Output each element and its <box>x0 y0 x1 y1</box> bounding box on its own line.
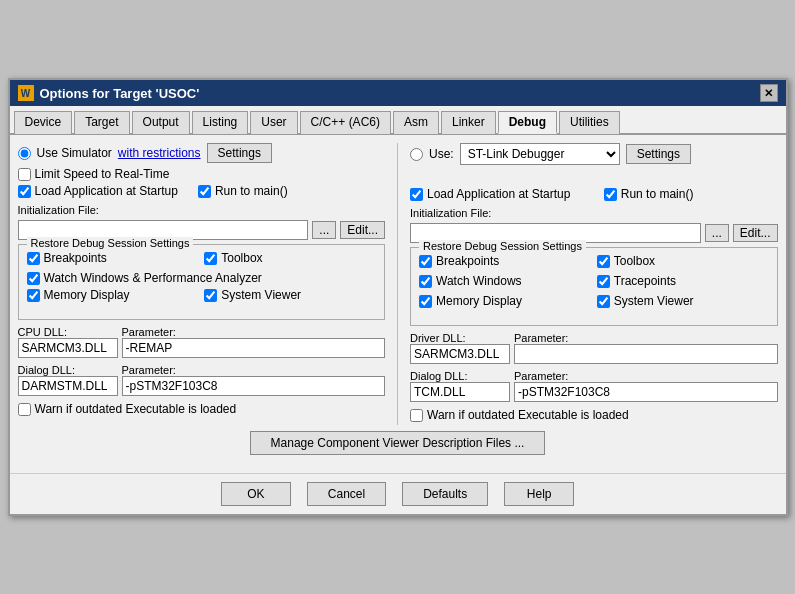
manage-button[interactable]: Manage Component Viewer Description File… <box>250 431 546 455</box>
simulator-settings-button[interactable]: Settings <box>207 143 272 163</box>
driver-dll-input[interactable] <box>410 344 510 364</box>
system-viewer-checkbox[interactable] <box>204 289 217 302</box>
load-run-row: Load Application at Startup Run to main(… <box>18 184 386 201</box>
right-tracepoints-label: Tracepoints <box>614 274 676 288</box>
defaults-button[interactable]: Defaults <box>402 482 488 506</box>
right-dialog-dll-inputs <box>410 382 778 402</box>
toolbox-row: Toolbox <box>204 251 376 265</box>
right-dialog-dll-input[interactable] <box>410 382 510 402</box>
toolbox-checkbox[interactable] <box>204 252 217 265</box>
dialog-param-input[interactable] <box>122 376 386 396</box>
right-dialog-dll-labels: Dialog DLL: Parameter: <box>410 370 778 382</box>
run-to-main-checkbox[interactable] <box>198 185 211 198</box>
restore-group-right: Restore Debug Session Settings Breakpoin… <box>410 247 778 326</box>
right-toolbox-row: Toolbox <box>597 254 769 268</box>
main-window: W Options for Target 'USOC' ✕ Device Tar… <box>8 78 788 516</box>
warn-left-checkbox[interactable] <box>18 403 31 416</box>
limit-speed-checkbox[interactable] <box>18 168 31 181</box>
right-watch-checkbox[interactable] <box>419 275 432 288</box>
cpu-param-label: Parameter: <box>122 326 386 338</box>
right-load-app-row: Load Application at Startup <box>410 187 584 201</box>
right-load-app-label: Load Application at Startup <box>427 187 570 201</box>
driver-dll-inputs <box>410 344 778 364</box>
breakpoints-checkbox[interactable] <box>27 252 40 265</box>
manage-row: Manage Component Viewer Description File… <box>18 431 778 455</box>
right-system-viewer-checkbox[interactable] <box>597 295 610 308</box>
right-watch-row: Watch Windows <box>419 274 591 288</box>
right-init-edit-button[interactable]: Edit... <box>733 224 778 242</box>
dialog-dll-input[interactable] <box>18 376 118 396</box>
breakpoints-label: Breakpoints <box>44 251 107 265</box>
right-init-ellipsis-button[interactable]: ... <box>705 224 729 242</box>
right-run-to-main-label: Run to main() <box>621 187 694 201</box>
bottom-buttons: OK Cancel Defaults Help <box>10 473 786 514</box>
title-bar: W Options for Target 'USOC' ✕ <box>10 80 786 106</box>
dialog-dll-inputs <box>18 376 386 396</box>
load-app-checkbox[interactable] <box>18 185 31 198</box>
right-dialog-param-label: Parameter: <box>514 370 778 382</box>
cpu-dll-inputs <box>18 338 386 358</box>
memory-display-checkbox[interactable] <box>27 289 40 302</box>
system-viewer-row: System Viewer <box>204 288 376 302</box>
right-run-to-main-row: Run to main() <box>604 187 778 201</box>
watch-perf-checkbox[interactable] <box>27 272 40 285</box>
right-watch-label: Watch Windows <box>436 274 522 288</box>
ok-button[interactable]: OK <box>221 482 291 506</box>
warn-left-label: Warn if outdated Executable is loaded <box>35 402 237 416</box>
close-button[interactable]: ✕ <box>760 84 778 102</box>
right-breakpoints-label: Breakpoints <box>436 254 499 268</box>
watch-perf-label: Watch Windows & Performance Analyzer <box>44 271 262 285</box>
help-button[interactable]: Help <box>504 482 574 506</box>
tab-listing[interactable]: Listing <box>192 111 249 134</box>
driver-param-input[interactable] <box>514 344 778 364</box>
tab-utilities[interactable]: Utilities <box>559 111 620 134</box>
right-dialog-param-input[interactable] <box>514 382 778 402</box>
use-debugger-row: Use: ST-Link Debugger Settings <box>410 143 778 165</box>
use-debugger-radio[interactable] <box>410 148 423 161</box>
right-toolbox-label: Toolbox <box>614 254 655 268</box>
right-tracepoints-row: Tracepoints <box>597 274 769 288</box>
right-settings-button[interactable]: Settings <box>626 144 691 164</box>
tab-cplusplus[interactable]: C/C++ (AC6) <box>300 111 391 134</box>
right-toolbox-checkbox[interactable] <box>597 255 610 268</box>
right-system-viewer-label: System Viewer <box>614 294 694 308</box>
cancel-button[interactable]: Cancel <box>307 482 386 506</box>
right-memory-display-label: Memory Display <box>436 294 522 308</box>
right-breakpoints-checkbox[interactable] <box>419 255 432 268</box>
init-edit-button[interactable]: Edit... <box>340 221 385 239</box>
tab-asm[interactable]: Asm <box>393 111 439 134</box>
right-memory-display-checkbox[interactable] <box>419 295 432 308</box>
debugger-select[interactable]: ST-Link Debugger <box>460 143 620 165</box>
tab-bar: Device Target Output Listing User C/C++ … <box>10 106 786 135</box>
tab-target[interactable]: Target <box>74 111 129 134</box>
warn-right-label: Warn if outdated Executable is loaded <box>427 408 629 422</box>
cpu-dll-input[interactable] <box>18 338 118 358</box>
driver-param-label: Parameter: <box>514 332 778 344</box>
run-to-main-row: Run to main() <box>198 184 288 198</box>
limit-speed-label: Limit Speed to Real-Time <box>35 167 170 181</box>
dialog-dll-section: Dialog DLL: Parameter: <box>18 364 386 396</box>
breakpoints-row: Breakpoints <box>27 251 199 265</box>
use-simulator-radio[interactable] <box>18 147 31 160</box>
tab-output[interactable]: Output <box>132 111 190 134</box>
right-breakpoints-row: Breakpoints <box>419 254 591 268</box>
warn-right-checkbox[interactable] <box>410 409 423 422</box>
right-tracepoints-checkbox[interactable] <box>597 275 610 288</box>
tab-user[interactable]: User <box>250 111 297 134</box>
restore-group-title-left: Restore Debug Session Settings <box>27 237 194 249</box>
tab-debug[interactable]: Debug <box>498 111 557 134</box>
init-ellipsis-button[interactable]: ... <box>312 221 336 239</box>
cpu-param-input[interactable] <box>122 338 386 358</box>
toolbox-label: Toolbox <box>221 251 262 265</box>
right-bp-toolbox-row: Breakpoints Toolbox <box>419 254 769 271</box>
right-dialog-dll-label: Dialog DLL: <box>410 370 510 382</box>
driver-dll-section: Driver DLL: Parameter: <box>410 332 778 364</box>
app-icon: W <box>18 85 34 101</box>
use-simulator-label: Use Simulator <box>37 146 112 160</box>
right-load-app-checkbox[interactable] <box>410 188 423 201</box>
warn-left-row: Warn if outdated Executable is loaded <box>18 402 386 416</box>
tab-linker[interactable]: Linker <box>441 111 496 134</box>
with-restrictions-link[interactable]: with restrictions <box>118 146 201 160</box>
right-run-to-main-checkbox[interactable] <box>604 188 617 201</box>
tab-device[interactable]: Device <box>14 111 73 134</box>
